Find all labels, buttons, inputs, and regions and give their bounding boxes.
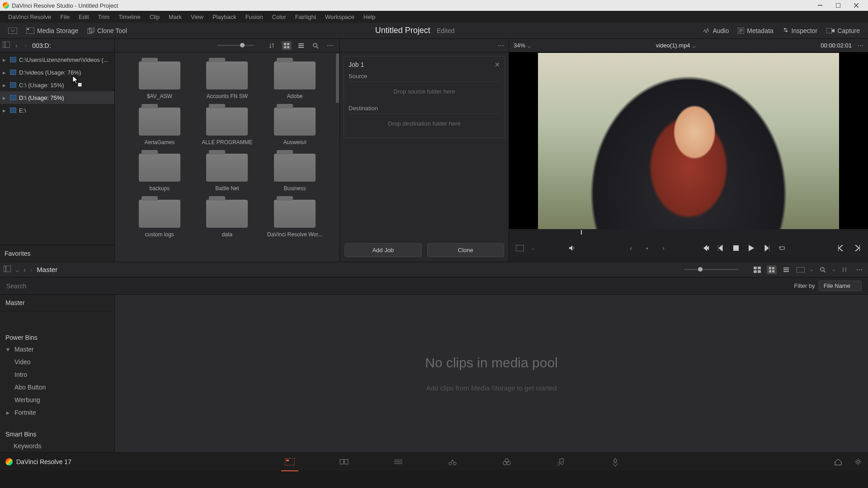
pool-dropdown-icon[interactable]: ⌵ (15, 266, 19, 273)
add-job-button[interactable]: Add Job (344, 243, 422, 257)
edit-page-button[interactable] (392, 456, 405, 467)
menu-item[interactable]: View (186, 14, 208, 20)
mark-in-button[interactable] (836, 244, 845, 253)
bin-item[interactable]: Video (0, 356, 114, 368)
expand-chevron-icon[interactable]: ▸ (3, 94, 7, 101)
pool-panel-icon[interactable] (796, 265, 806, 274)
minimize-button[interactable] (811, 0, 829, 10)
storage-tree-item[interactable]: ▸C:\Users\Lizenznehmer\Videos (... (0, 53, 114, 66)
pool-thumb-slider[interactable] (684, 269, 739, 270)
menu-item[interactable]: DaVinci Resolve (4, 14, 56, 20)
playhead-marker[interactable] (581, 230, 582, 235)
menu-item[interactable]: Timeline (114, 14, 145, 20)
menu-item[interactable]: Edit (74, 14, 93, 20)
sort-button[interactable] (267, 41, 277, 50)
clone-options-icon[interactable]: ⋯ (498, 42, 504, 49)
clone-button[interactable]: Clone (427, 243, 505, 257)
mark-out-button[interactable] (853, 244, 862, 253)
capture-panel-button[interactable]: Capture (822, 25, 864, 36)
jog-fwd-icon[interactable]: › (659, 244, 668, 253)
bin-item[interactable]: Intro (0, 368, 114, 381)
bin-item[interactable]: ▾Master (0, 343, 114, 356)
menu-item[interactable]: Playback (208, 14, 241, 20)
deliver-page-button[interactable] (609, 456, 622, 467)
bin-item[interactable]: Keywords (0, 440, 114, 452)
go-start-button[interactable] (701, 244, 710, 253)
pool-nav-fwd[interactable]: › (30, 266, 33, 273)
menu-item[interactable]: Color (268, 14, 291, 20)
pool-nav-back[interactable]: ‹ (24, 266, 26, 273)
fairlight-page-button[interactable] (554, 456, 568, 467)
destination-dropzone[interactable]: Drop destination folder here (349, 114, 500, 133)
viewer-options-icon[interactable]: ⋯ (857, 42, 863, 49)
pool-search-button[interactable] (818, 265, 828, 274)
bin-item[interactable]: Abo Button (0, 381, 114, 394)
close-button[interactable] (847, 0, 865, 10)
pool-breadcrumb[interactable]: Master (37, 266, 57, 273)
list-view-button[interactable] (296, 41, 306, 50)
bin-master-header[interactable]: Master (0, 295, 114, 311)
sidebar-toggle-icon[interactable] (3, 42, 10, 49)
step-back-button[interactable] (716, 244, 725, 253)
filter-select[interactable]: File Name (819, 281, 862, 291)
menu-item[interactable]: Workspace (321, 14, 359, 20)
pool-sort-button[interactable] (840, 265, 850, 274)
loop-button[interactable] (778, 244, 787, 253)
nav-back-button[interactable]: ‹ (14, 42, 19, 49)
viewer-filename[interactable]: video(1).mp4 (656, 42, 690, 49)
menu-item[interactable]: Fusion (241, 14, 268, 20)
storage-tree-item[interactable]: ▸C:\ (Usage: 15%) (0, 79, 114, 91)
pool-grid-view-button[interactable] (767, 265, 777, 274)
bin-chevron-icon[interactable]: ▸ (6, 409, 12, 416)
folder-item[interactable]: custom logs (127, 200, 192, 238)
browser-scrollbar[interactable] (336, 53, 339, 103)
pool-list-view-button[interactable] (781, 265, 791, 274)
grid-view-button[interactable] (282, 41, 292, 50)
menu-item[interactable]: Mark (164, 14, 186, 20)
workspace-dropdown[interactable] (4, 26, 22, 36)
thumb-size-slider[interactable] (217, 45, 254, 46)
folder-item[interactable]: Adobe (263, 61, 327, 99)
folder-item[interactable]: AeriaGames (127, 108, 192, 145)
storage-tree-item[interactable]: ▸D:\videos (Usage: 76%) (0, 66, 114, 79)
jog-back-icon[interactable]: ‹ (627, 244, 636, 253)
menu-item[interactable]: File (56, 14, 74, 20)
folder-item[interactable]: data (195, 200, 259, 238)
folder-item[interactable]: Accounts FN SW (195, 61, 259, 99)
viewer-timecode[interactable]: 00:00:02:01 (821, 42, 852, 49)
fusion-page-button[interactable] (446, 456, 459, 467)
zoom-level[interactable]: 34% (514, 42, 525, 49)
home-button[interactable] (834, 457, 843, 466)
inspector-panel-button[interactable]: Inspector (778, 25, 822, 36)
media-pool[interactable]: No clips in media pool Add clips from Me… (115, 295, 868, 452)
settings-button[interactable] (854, 457, 863, 466)
job-close-button[interactable]: ✕ (495, 61, 500, 68)
viewer-mode-button[interactable] (515, 244, 524, 253)
source-dropzone[interactable]: Drop source folder here (349, 82, 500, 101)
maximize-button[interactable] (829, 0, 847, 10)
expand-chevron-icon[interactable]: ▸ (3, 56, 7, 63)
pool-sidebar-toggle-icon[interactable] (4, 266, 11, 273)
color-page-button[interactable] (500, 456, 514, 467)
folder-item[interactable]: Business (263, 154, 327, 192)
pool-view-metadata-icon[interactable] (752, 265, 762, 274)
folder-item[interactable]: Battle Net (195, 154, 259, 192)
expand-chevron-icon[interactable]: ▸ (3, 69, 7, 76)
bin-chevron-icon[interactable]: ▾ (6, 346, 12, 353)
expand-chevron-icon[interactable]: ▸ (3, 107, 7, 114)
storage-tree-item[interactable]: ▸E:\ (0, 104, 114, 117)
expand-chevron-icon[interactable]: ▸ (3, 82, 7, 89)
menu-item[interactable]: Clip (145, 14, 164, 20)
menu-item[interactable]: Trim (94, 14, 114, 20)
folder-item[interactable]: ALLE PROGRAMME (195, 108, 259, 145)
media-storage-button[interactable]: Media Storage (22, 25, 83, 36)
play-button[interactable] (747, 244, 756, 253)
folder-item[interactable]: DaVinci Resolve Wor... (263, 200, 327, 238)
folder-item[interactable]: backups (127, 154, 192, 192)
bin-item[interactable]: Werbung (0, 394, 114, 406)
media-page-button[interactable] (283, 456, 297, 467)
storage-tree-item[interactable]: ▸D:\ (Usage: 75%) (0, 91, 114, 104)
clone-tool-button[interactable]: Clone Tool (83, 25, 132, 36)
step-fwd-button[interactable] (762, 244, 771, 253)
filename-chevron-icon[interactable]: ⌵ (692, 42, 696, 49)
